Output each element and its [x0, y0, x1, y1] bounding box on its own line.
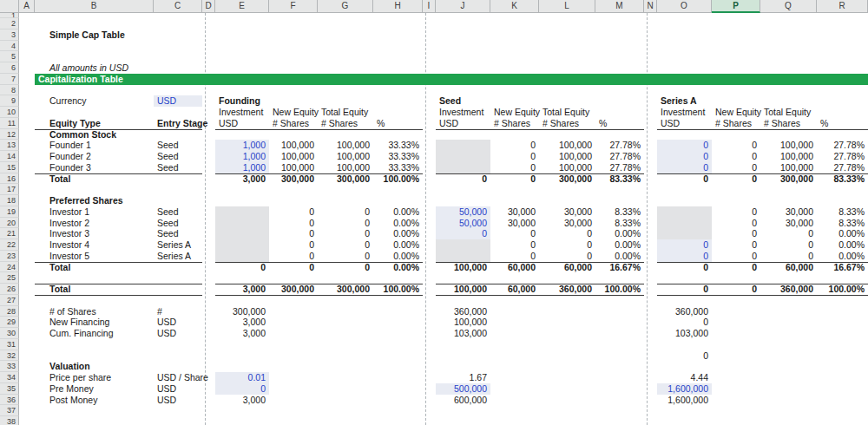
cell-B16[interactable]: Total [35, 173, 154, 185]
cell-P14[interactable]: 0 [712, 151, 760, 162]
cell-P20[interactable]: 0 [712, 218, 760, 229]
cell-P11[interactable]: # Shares [712, 118, 760, 129]
cell-H24[interactable]: 0.00% [373, 262, 423, 273]
cell-Q15[interactable]: 100,000 [760, 162, 817, 173]
row-header-13[interactable]: 13 [0, 140, 19, 151]
cell-K22[interactable]: 0 [490, 239, 539, 251]
row-header-33[interactable]: 33 [0, 361, 19, 372]
cell-Q24[interactable]: 60,000 [760, 262, 817, 273]
cell-O13[interactable]: 0 [657, 140, 712, 151]
cell-G21[interactable]: 0 [318, 228, 373, 239]
row-header-20[interactable]: 20 [0, 218, 19, 229]
cell-K20[interactable]: 30,000 [490, 218, 539, 229]
cell-G23[interactable]: 0 [318, 251, 373, 262]
cell-O11[interactable]: USD [657, 118, 712, 129]
cell-K23[interactable]: 0 [490, 251, 539, 262]
cell-J19[interactable]: 50,000 [436, 206, 490, 218]
cell-M23[interactable]: 0.00% [595, 251, 644, 262]
cell-Q21[interactable]: 0 [760, 228, 817, 239]
cell-J36[interactable]: 600,000 [436, 395, 490, 406]
cell-B26[interactable]: Total [35, 284, 154, 295]
cell-F10[interactable]: New Equity [269, 107, 318, 118]
cell-B3[interactable]: Simple Cap Table [35, 29, 154, 41]
cell-P26[interactable]: 0 [712, 284, 760, 295]
cell-O36[interactable]: 1,600,000 [657, 395, 712, 406]
cell-L26[interactable]: 360,000 [539, 284, 595, 295]
cell-E36[interactable]: 3,000 [215, 395, 269, 406]
cell-E15[interactable]: 1,000 [215, 162, 269, 173]
cell-B14[interactable]: Founder 2 [35, 151, 154, 162]
cell-J28[interactable]: 360,000 [436, 306, 490, 317]
cell-H22[interactable]: 0.00% [373, 239, 423, 251]
cell-O19[interactable] [657, 206, 712, 218]
row-header-12[interactable]: 12 [0, 129, 19, 141]
cell-P21[interactable]: 0 [712, 228, 760, 239]
row-header-10[interactable]: 10 [0, 107, 19, 118]
cell-K24[interactable]: 60,000 [490, 262, 539, 273]
row-header-27[interactable]: 27 [0, 295, 19, 306]
cell-C23[interactable]: Series A [154, 251, 202, 262]
cell-L11[interactable]: # Shares [539, 118, 595, 129]
column-header-M[interactable]: M [595, 0, 644, 13]
cell-M26[interactable]: 100.00% [595, 284, 644, 295]
cell-F22[interactable]: 0 [269, 239, 318, 251]
cell-J11[interactable]: USD [436, 118, 490, 129]
cell-C29[interactable]: USD [154, 317, 202, 328]
cell-J34[interactable]: 1.67 [436, 372, 490, 383]
row-header-16[interactable]: 16 [0, 173, 19, 185]
cell-E26[interactable]: 3,000 [215, 284, 269, 295]
cell-K15[interactable]: 0 [490, 162, 539, 173]
cell-E11[interactable]: USD [215, 118, 269, 129]
cell-C19[interactable]: Seed [154, 206, 202, 218]
cell-B12[interactable]: Common Stock [35, 129, 154, 141]
cell-L20[interactable]: 30,000 [539, 218, 595, 229]
cell-Q13[interactable]: 100,000 [760, 140, 817, 151]
cell-J20[interactable]: 50,000 [436, 218, 490, 229]
cell-Q23[interactable]: 0 [760, 251, 817, 262]
cell-C14[interactable]: Seed [154, 151, 202, 162]
cell-Q22[interactable]: 0 [760, 239, 817, 251]
row-header-21[interactable]: 21 [0, 228, 19, 239]
cell-B21[interactable]: Investor 3 [35, 228, 154, 239]
select-all-corner[interactable] [0, 0, 19, 13]
cell-G22[interactable]: 0 [318, 239, 373, 251]
cell-O35[interactable]: 1,600,000 [657, 383, 712, 395]
cell-M13[interactable]: 27.78% [595, 140, 644, 151]
cell-E30[interactable]: 3,000 [215, 328, 269, 339]
cell-Q10[interactable]: Total Equity [760, 107, 817, 118]
cell-C11[interactable]: Entry Stage [154, 118, 202, 129]
cell-B19[interactable]: Investor 1 [35, 206, 154, 218]
column-header-B[interactable]: B [35, 0, 154, 13]
cell-K16[interactable]: 0 [490, 173, 539, 185]
cell-O23[interactable]: 0 [657, 251, 712, 262]
cell-O29[interactable]: 0 [657, 317, 712, 328]
cell-E19[interactable] [215, 206, 269, 218]
cell-E13[interactable]: 1,000 [215, 140, 269, 151]
cell-B28[interactable]: # of Shares [35, 306, 154, 317]
cell-P13[interactable]: 0 [712, 140, 760, 151]
cell-K19[interactable]: 30,000 [490, 206, 539, 218]
cell-O34[interactable]: 4.44 [657, 372, 712, 383]
cell-C30[interactable]: USD [154, 328, 202, 339]
cell-F24[interactable]: 0 [269, 262, 318, 273]
cell-M24[interactable]: 16.67% [595, 262, 644, 273]
cell-B23[interactable]: Investor 5 [35, 251, 154, 262]
cell-B13[interactable]: Founder 1 [35, 140, 154, 151]
cell-J21[interactable]: 0 [436, 228, 490, 239]
cell-P19[interactable]: 0 [712, 206, 760, 218]
cell-H19[interactable]: 0.00% [373, 206, 423, 218]
row-header-3[interactable]: 3 [0, 29, 19, 41]
cell-M22[interactable]: 0.00% [595, 239, 644, 251]
cell-B18[interactable]: Preferred Shares [35, 195, 154, 206]
row-header-11[interactable]: 11 [0, 118, 19, 129]
column-header-P[interactable]: P [712, 0, 760, 13]
cell-L16[interactable]: 300,000 [539, 173, 595, 185]
cell-C35[interactable]: USD [154, 383, 202, 395]
cell-K10[interactable]: New Equity [490, 107, 539, 118]
cell-H23[interactable]: 0.00% [373, 251, 423, 262]
cell-R23[interactable]: 0.00% [817, 251, 868, 262]
cell-E23[interactable] [215, 251, 269, 262]
cell-O32[interactable]: 0 [657, 350, 712, 362]
cell-Q26[interactable]: 360,000 [760, 284, 817, 295]
row-header-5[interactable]: 5 [0, 51, 19, 62]
